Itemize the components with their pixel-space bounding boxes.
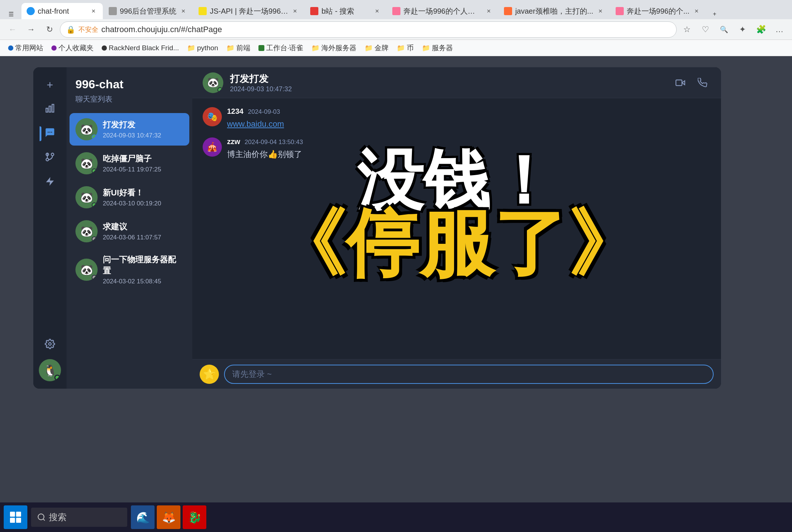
star-button[interactable]: ☆: [679, 21, 695, 38]
svg-point-3: [48, 132, 49, 133]
folder-icon-overseas: 📁: [311, 44, 319, 52]
chat-time-newui: 2024-03-10 00:19:20: [103, 200, 183, 207]
bookmark-server[interactable]: 📁 服务器: [418, 42, 457, 54]
collections-button[interactable]: ♡: [697, 21, 714, 38]
chat-item-newui[interactable]: 🐼 新UI好看！ 2024-03-10 00:19:20: [70, 181, 189, 214]
chat-avatar-dafa: 🐼: [75, 118, 98, 140]
sidebar-bolt-button[interactable]: [40, 172, 60, 193]
user-avatar[interactable]: 🐧: [39, 359, 61, 381]
tab-java[interactable]: javaer颈椎啪，主打的... ✕: [499, 3, 609, 19]
bookmark-yuque[interactable]: 工作台·语雀: [255, 42, 307, 54]
chat-list-subtitle: 聊天室列表: [75, 94, 183, 104]
chat-info-newui: 新UI好看！ 2024-03-10 00:19:20: [103, 187, 183, 207]
sidebar-chat-button[interactable]: [40, 123, 60, 144]
message-avatar-1234: 🎭: [203, 107, 222, 126]
svg-line-19: [43, 519, 45, 521]
chat-header-time: 2024-09-03 10:47:32: [230, 85, 666, 93]
extensions-button[interactable]: 🧩: [753, 21, 769, 38]
svg-point-18: [38, 514, 44, 520]
chat-header-name: 打发打发: [230, 72, 666, 85]
bookmark-coin[interactable]: 📁 币: [393, 42, 417, 54]
chat-bubbles-icon: [45, 127, 55, 140]
taskbar-firefox-app[interactable]: 🦊: [157, 505, 180, 529]
tab-chat-front[interactable]: chat-front ✕: [21, 3, 103, 19]
bookmark-changyong[interactable]: 常用网站: [4, 42, 47, 54]
firefox-icon: 🦊: [162, 511, 176, 524]
folder-icon-frontend: 📁: [226, 44, 234, 52]
bookmark-label-gold: 金牌: [375, 43, 389, 53]
bookmark-label-racknerd: RackNerd Black Frid...: [109, 44, 179, 52]
message-input[interactable]: [224, 365, 714, 384]
taskbar-app3[interactable]: 🐉: [183, 505, 206, 529]
address-bar-wrapper[interactable]: 🔒 不安全 chatroom.choujuju.cn/#/chatPage: [60, 21, 677, 38]
chat-name-newui: 新UI好看！: [103, 187, 183, 198]
chat-item-dafa[interactable]: 🐼 打发打发 2024-09-03 10:47:32: [70, 113, 189, 146]
tab-js-api[interactable]: JS-API | 奔赴一场996的学... ✕: [193, 3, 304, 19]
overlay-text-stopped: 《停服了》: [272, 207, 642, 280]
chat-info-server: 问一下物理服务器配置 2024-03-02 15:08:45: [103, 254, 183, 285]
new-tab-plus-button[interactable]: +: [710, 9, 720, 19]
address-text[interactable]: chatroom.choujuju.cn/#/chatPage: [101, 25, 670, 34]
tab-title-bilibili2: 奔赴一场996的个...: [627, 6, 690, 16]
chat-item-zombie[interactable]: 🐼 吃掉僵尸脑子 2024-05-11 19:07:25: [70, 147, 189, 180]
copilot-button[interactable]: ✦: [734, 21, 751, 38]
bookmark-racknerd[interactable]: RackNerd Black Frid...: [98, 42, 183, 54]
tab-bar-controls: ☰: [3, 9, 19, 19]
browser-window: ☰ chat-front ✕ 996后台管理系统 ✕ JS-API | 奔赴一场…: [0, 0, 792, 502]
phone-call-button[interactable]: [694, 75, 711, 91]
new-tab-button[interactable]: ☰: [6, 9, 16, 19]
svg-point-7: [51, 153, 54, 156]
toolbar-right: ☆ ♡ 🔍 ✦ 🧩 …: [679, 21, 788, 38]
tab-996mgmt[interactable]: 996后台管理系统 ✕: [104, 3, 193, 19]
chat-header-online-dot: [217, 87, 223, 92]
chat-item-server[interactable]: 🐼 问一下物理服务器配置 2024-03-02 15:08:45: [70, 249, 189, 290]
bookmark-dot-personal: [51, 45, 57, 51]
bookmark-overseas[interactable]: 📁 海外服务器: [308, 42, 360, 54]
emoji-icon: 🌟: [203, 368, 216, 380]
message-link-baidu[interactable]: www.baidu.com: [227, 119, 284, 129]
tab-bilibili2[interactable]: 奔赴一场996的个... ✕: [610, 3, 706, 19]
bookmark-personal[interactable]: 个人收藏夹: [48, 42, 97, 54]
tab-bilibili1[interactable]: 奔赴一场996的个人空间... ✕: [387, 3, 498, 19]
bookmark-gold[interactable]: 📁 金牌: [361, 42, 392, 54]
tab-close-bilibili2[interactable]: ✕: [693, 7, 701, 15]
tab-close-mgmt[interactable]: ✕: [179, 7, 187, 15]
tab-b-search[interactable]: b站 - 搜索 ✕: [305, 3, 386, 19]
emoji-button[interactable]: 🌟: [200, 365, 219, 384]
sidebar-add-button[interactable]: +: [40, 75, 60, 95]
chat-header-actions: [672, 75, 711, 91]
add-icon: +: [47, 79, 53, 91]
reload-button[interactable]: ↻: [41, 21, 58, 38]
messages-area[interactable]: 🎭 1234 2024-09-03 www.baidu.com: [192, 98, 721, 359]
app-title: 996-chat: [75, 78, 183, 91]
search-sidebar-button[interactable]: 🔍: [716, 21, 732, 38]
tab-close-java[interactable]: ✕: [596, 7, 605, 15]
chat-avatar-suggest: 🐼: [75, 220, 98, 242]
chat-offline-dot-suggest: [92, 236, 97, 242]
favorites-button[interactable]: …: [771, 21, 788, 38]
tab-close-js[interactable]: ✕: [291, 7, 299, 15]
sidebar-branch-button[interactable]: [40, 148, 60, 168]
chat-header: 🐼 打发打发 2024-09-03 10:47:32: [192, 67, 721, 98]
tab-title-chat: chat-front: [38, 7, 87, 16]
bookmark-python[interactable]: 📁 python: [183, 42, 222, 54]
bookmark-dot-racknerd: [102, 45, 107, 51]
windows-start-button[interactable]: [4, 505, 27, 529]
bookmark-dot-yuque: [258, 45, 264, 51]
tab-close-chat[interactable]: ✕: [89, 7, 98, 15]
chat-item-suggest[interactable]: 🐼 求建议 2024-03-06 11:07:57: [70, 215, 189, 248]
tab-close-bilibili1[interactable]: ✕: [485, 7, 493, 15]
back-button[interactable]: ←: [4, 21, 21, 38]
svg-marker-12: [682, 81, 685, 85]
video-call-button[interactable]: [672, 75, 688, 91]
taskbar-edge-app[interactable]: 🌊: [131, 505, 155, 529]
sidebar-chart-button[interactable]: [40, 99, 60, 120]
sidebar: +: [33, 67, 67, 389]
taskbar-search-box[interactable]: 搜索: [31, 508, 127, 527]
browser-content: +: [0, 56, 792, 502]
bookmark-frontend[interactable]: 📁 前端: [223, 42, 254, 54]
svg-rect-1: [49, 106, 51, 112]
forward-button[interactable]: →: [23, 21, 39, 38]
tab-close-search[interactable]: ✕: [373, 7, 381, 15]
sidebar-settings-button[interactable]: [40, 335, 60, 355]
